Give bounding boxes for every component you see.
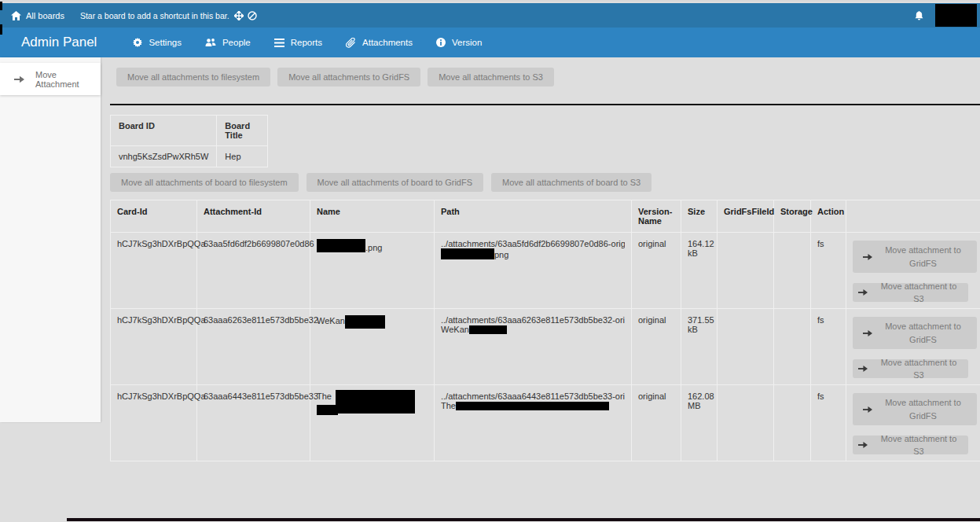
col-storage: Storage — [774, 200, 811, 233]
cell-path: ../attachments/63aa5fd6df2b6699807e0d86-… — [435, 233, 632, 309]
move-handle-icon[interactable] — [234, 11, 244, 20]
cell-action: fs — [811, 309, 846, 385]
cell-name: WeKan — [310, 309, 435, 385]
cell-attachment-id: 63aa5fd6df2b6699807e0d86 — [197, 233, 310, 309]
home-icon — [11, 11, 21, 20]
bottom-redacted-bar — [67, 518, 980, 521]
gear-icon — [133, 38, 142, 47]
nav-label: Attachments — [362, 38, 413, 47]
arrow-right-icon — [858, 289, 868, 296]
sidebar: Move Attachment — [0, 57, 101, 422]
cell-name: The — [310, 385, 435, 461]
edge-artifact — [0, 2, 2, 10]
redacted-name — [317, 405, 338, 415]
board-title-value: Hep — [217, 146, 268, 167]
move-all-to-filesystem-button[interactable]: Move all attachments to filesystem — [116, 68, 270, 86]
cell-gridfsfileid — [718, 309, 774, 385]
cell-action-buttons: Move attachment to GridFS Move attachmen… — [846, 309, 980, 385]
move-attachment-to-gridfs-button[interactable]: Move attachment to GridFS — [853, 317, 977, 349]
user-avatar-redacted[interactable] — [935, 4, 977, 27]
cell-card-id: hCJ7kSg3hDXrBpQQa — [111, 385, 197, 461]
nav-item-settings[interactable]: Settings — [133, 38, 182, 47]
cell-path: ../attachments/63aaa6443e811e573db5be33-… — [435, 385, 632, 461]
board-id-header: Board ID — [111, 116, 217, 146]
move-board-to-filesystem-button[interactable]: Move all attachments of board to filesys… — [110, 173, 299, 192]
col-gridfsfileid: GridFsFileId — [718, 200, 774, 233]
attachments-table: Card-Id Attachment-Id Name Path Version-… — [110, 200, 980, 461]
cell-storage — [774, 385, 811, 461]
cell-attachment-id: 63aaa6443e811e573db5be33 — [197, 385, 310, 461]
arrow-right-icon — [858, 441, 868, 449]
move-all-to-gridfs-button[interactable]: Move all attachments to GridFS — [277, 68, 420, 86]
arrow-right-icon — [14, 75, 24, 83]
cell-action-buttons: Move attachment to GridFS Move attachmen… — [846, 233, 980, 309]
col-buttons — [846, 200, 980, 233]
nav-label: Version — [452, 38, 482, 47]
notifications-bell-icon[interactable] — [914, 10, 924, 21]
edge-artifact — [0, 24, 2, 35]
move-attachment-to-gridfs-button[interactable]: Move attachment to GridFS — [853, 241, 977, 273]
people-icon — [205, 38, 216, 47]
board-table: Board ID Board Title vnhg5KsZsdPwXRh5W H… — [110, 115, 268, 167]
redacted-path — [469, 325, 507, 334]
cell-card-id: hCJ7kSg3hDXrBpQQa — [111, 309, 197, 385]
move-attachment-to-s3-button[interactable]: Move attachment to S3 — [853, 436, 968, 454]
list-icon — [274, 39, 284, 47]
nav-item-attachments[interactable]: Attachments — [346, 38, 413, 48]
table-row: hCJ7kSg3hDXrBpQQa 63aa5fd6df2b6699807e0d… — [111, 233, 980, 309]
global-move-buttons: Move all attachments to filesystem Move … — [116, 68, 980, 86]
board-row: vnhg5KsZsdPwXRh5W Hep — [111, 146, 268, 167]
paperclip-icon — [346, 38, 356, 48]
section-divider — [110, 104, 980, 105]
move-attachment-to-gridfs-button[interactable]: Move attachment to GridFS — [853, 393, 977, 425]
col-version-name: Version-Name — [632, 200, 681, 233]
redacted-name — [336, 390, 415, 414]
arrow-right-icon — [863, 406, 872, 414]
nav-label: People — [222, 38, 251, 47]
nav-label: Reports — [291, 38, 322, 47]
cell-version-name: original — [632, 233, 681, 309]
table-row: hCJ7kSg3hDXrBpQQa 63aaa6443e811e573db5be… — [111, 385, 980, 461]
cell-size: 164.12 kB — [681, 233, 718, 309]
cell-version-name: original — [632, 385, 681, 461]
redacted-path — [441, 248, 494, 259]
topbar: All boards Star a board to add a shortcu… — [0, 3, 980, 28]
cell-attachment-id: 63aaa6263e811e573db5be32 — [197, 309, 310, 385]
board-id-value: vnhg5KsZsdPwXRh5W — [111, 146, 217, 167]
cell-size: 162.08 MB — [681, 385, 718, 461]
table-row: hCJ7kSg3hDXrBpQQa 63aaa6263e811e573db5be… — [111, 309, 980, 385]
arrow-right-icon — [858, 365, 868, 373]
move-attachment-to-s3-button[interactable]: Move attachment to S3 — [853, 283, 968, 302]
nav-item-version[interactable]: Version — [436, 38, 482, 47]
attachments-header-row: Card-Id Attachment-Id Name Path Version-… — [111, 200, 980, 233]
cell-path: ../attachments/63aaa6263e811e573db5be32-… — [435, 309, 632, 385]
redacted-path — [456, 402, 609, 410]
nav-item-people[interactable]: People — [205, 38, 251, 47]
info-icon — [436, 38, 446, 47]
move-board-to-s3-button[interactable]: Move all attachments of board to S3 — [491, 173, 651, 192]
col-name: Name — [310, 200, 435, 233]
sidebar-item-label: Move Attachment — [35, 70, 101, 89]
main-content: Move all attachments to filesystem Move … — [107, 57, 980, 522]
disable-shortcut-icon[interactable] — [248, 11, 257, 20]
cell-storage — [774, 233, 811, 309]
col-size: Size — [681, 200, 718, 233]
admin-panel-title: Admin Panel — [21, 35, 97, 50]
nav-label: Settings — [149, 38, 182, 47]
sidebar-item-move-attachment[interactable]: Move Attachment — [0, 63, 101, 95]
cell-action: fs — [811, 385, 846, 461]
redacted-name — [317, 239, 365, 252]
move-attachment-to-s3-button[interactable]: Move attachment to S3 — [853, 359, 968, 378]
all-boards-link[interactable]: All boards — [11, 11, 64, 20]
admin-panel-bar: Admin Panel Settings People Reports Atta… — [0, 28, 980, 57]
star-board-hint: Star a board to add a shortcut in this b… — [80, 11, 229, 20]
admin-nav: Settings People Reports Attachments Vers… — [133, 38, 482, 48]
cell-gridfsfileid — [718, 233, 774, 309]
move-board-to-gridfs-button[interactable]: Move all attachments of board to GridFS — [306, 173, 483, 192]
cell-name: .png — [310, 233, 435, 309]
nav-item-reports[interactable]: Reports — [274, 38, 322, 47]
board-title-header: Board Title — [217, 116, 268, 146]
cell-size: 371.55 kB — [681, 309, 718, 385]
move-all-to-s3-button[interactable]: Move all attachments to S3 — [428, 68, 554, 86]
board-move-buttons: Move all attachments of board to filesys… — [110, 173, 980, 192]
